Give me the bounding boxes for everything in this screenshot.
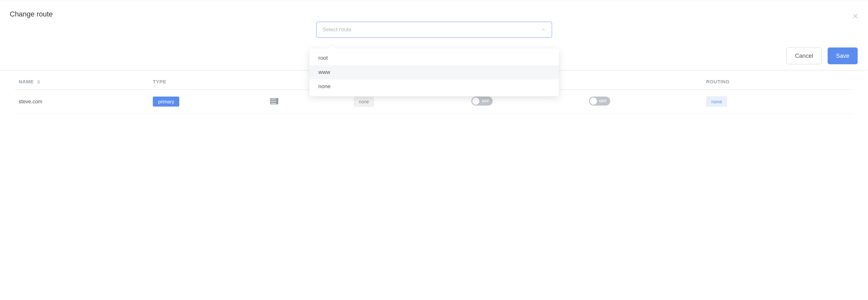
route-option-www[interactable]: www xyxy=(309,65,559,79)
cell-routing: none xyxy=(702,90,853,114)
sort-icon xyxy=(37,80,40,84)
route-select-placeholder: Select route xyxy=(322,27,352,33)
toggle-a-toggle[interactable]: OFF xyxy=(471,97,493,106)
col-name-label: NAME xyxy=(19,79,34,84)
type-tag: primary xyxy=(153,97,179,107)
chevron-up-icon xyxy=(541,27,546,32)
save-button[interactable]: Save xyxy=(828,47,858,64)
cancel-button[interactable]: Cancel xyxy=(786,47,822,64)
col-type: TYPE xyxy=(149,74,266,90)
cell-type: primary xyxy=(149,90,266,114)
cell-name: steve.com xyxy=(15,90,149,114)
route-select[interactable]: Select route xyxy=(316,22,552,38)
close-button[interactable] xyxy=(852,12,859,20)
records-icon[interactable] xyxy=(270,98,278,105)
col-name[interactable]: NAME xyxy=(15,74,149,90)
svg-point-5 xyxy=(277,99,277,99)
svg-point-7 xyxy=(277,103,277,103)
route-option-root[interactable]: root xyxy=(309,51,559,65)
route-option-none[interactable]: none xyxy=(309,79,559,94)
route-select-dropdown: rootwwwnone xyxy=(309,48,559,96)
toggle-b-toggle[interactable]: OFF xyxy=(589,97,610,106)
col-routing: ROUTING xyxy=(702,74,853,90)
modal-title: Change route xyxy=(10,10,858,19)
close-icon xyxy=(852,12,859,20)
cell-toggle-b: OFF xyxy=(585,90,702,114)
svg-point-6 xyxy=(277,101,277,101)
col-toggle-b xyxy=(585,74,702,90)
routing-badge[interactable]: none xyxy=(706,96,727,107)
redirect-badge[interactable]: none xyxy=(354,97,374,107)
